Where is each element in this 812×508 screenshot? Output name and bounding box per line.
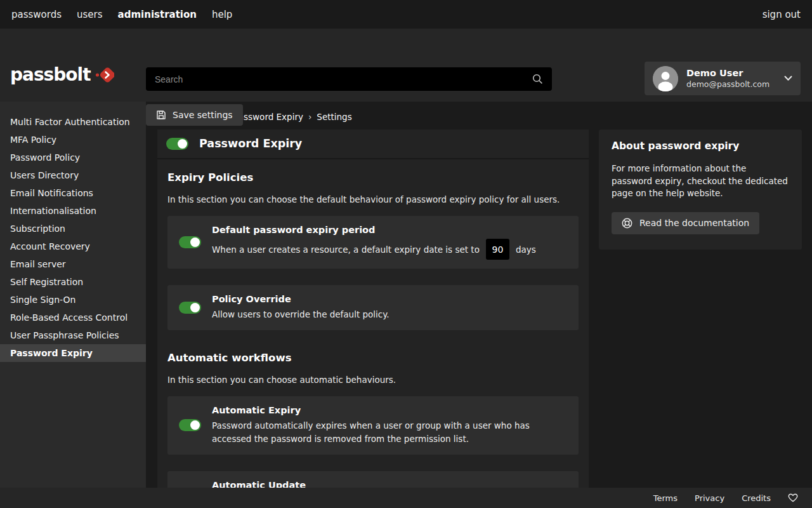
heart-icon[interactable] — [788, 493, 798, 502]
page-title: Password Expiry — [199, 137, 302, 150]
card-text: Automatic Expiry Password automatically … — [212, 405, 567, 446]
breadcrumb-settings[interactable]: Settings — [317, 112, 351, 122]
card-title: Policy Override — [212, 294, 390, 304]
card-desc: Password automatically expires when a us… — [212, 419, 567, 446]
sidebar-item-mfa-policy[interactable]: MFA Policy — [0, 131, 146, 149]
privacy-link[interactable]: Privacy — [695, 493, 724, 503]
sidebar-item-email-server[interactable]: Email server — [0, 255, 146, 273]
sidebar-item-user-passphrase-policies[interactable]: User Passphrase Policies — [0, 326, 146, 344]
logo-text: passbolt — [10, 64, 91, 85]
chevron-down-icon[interactable] — [784, 76, 792, 81]
breadcrumb: Administration › Password Expiry › Setti… — [157, 112, 802, 122]
search-icon[interactable] — [532, 74, 543, 84]
card-policy-override: Policy Override Allow users to override … — [167, 285, 579, 330]
nav-help[interactable]: help — [212, 9, 232, 20]
card-title: Default password expiry period — [212, 225, 536, 235]
user-email: demo@passbolt.com — [686, 79, 769, 89]
help-panel-body: For more information about the password … — [612, 163, 789, 200]
toggle-knob — [190, 420, 200, 430]
read-documentation-label: Read the documentation — [639, 218, 749, 228]
breadcrumb-password-expiry[interactable]: Password Expiry — [233, 112, 303, 122]
save-icon — [156, 110, 166, 120]
section-heading-automatic-workflows: Automatic workflows — [167, 352, 579, 364]
sidebar-item-multi-factor-authentication[interactable]: Multi Factor Authentication — [0, 113, 146, 131]
card-desc: Allow users to override the default poli… — [212, 308, 390, 321]
terms-link[interactable]: Terms — [653, 493, 678, 503]
profile-texts: Demo User demo@passbolt.com — [686, 68, 769, 89]
password-expiry-panel: Password Expiry Expiry Policies In this … — [157, 130, 589, 488]
toggle-knob — [190, 303, 200, 312]
section-desc-expiry-policies: In this section you can choose the defau… — [167, 194, 579, 204]
card-text: Default password expiry period When a us… — [212, 225, 536, 260]
search-bar — [146, 67, 552, 91]
sidebar-item-self-registration[interactable]: Self Registration — [0, 273, 146, 291]
save-settings-label: Save settings — [173, 110, 233, 120]
sidebar-item-subscription[interactable]: Subscription — [0, 220, 146, 237]
credits-link[interactable]: Credits — [742, 493, 771, 503]
nav-users[interactable]: users — [77, 9, 103, 20]
sidebar-item-email-notifications[interactable]: Email Notifications — [0, 184, 146, 202]
sidebar-item-password-expiry[interactable]: Password Expiry — [0, 344, 146, 362]
policy-override-toggle[interactable] — [179, 302, 201, 314]
expiry-days-input[interactable] — [486, 239, 509, 260]
life-buoy-icon — [622, 218, 632, 229]
automatic-expiry-toggle[interactable] — [179, 419, 201, 431]
sidebar-item-account-recovery[interactable]: Account Recovery — [0, 237, 146, 255]
nav-administration[interactable]: administration — [118, 9, 197, 20]
sidebar-item-single-sign-on[interactable]: Single Sign-On — [0, 291, 146, 309]
app-footer: Terms Privacy Credits — [0, 488, 812, 508]
default-expiry-period-toggle[interactable] — [179, 236, 201, 248]
workspace: Multi Factor Authentication MFA Policy P… — [0, 102, 812, 488]
passbolt-mark-icon — [95, 67, 114, 83]
help-panel-title: About password expiry — [612, 140, 789, 152]
top-navigation: passwords users administration help sign… — [0, 0, 812, 29]
section-heading-expiry-policies: Expiry Policies — [167, 171, 579, 184]
sidebar-item-users-directory[interactable]: Users Directory — [0, 166, 146, 184]
user-name: Demo User — [686, 68, 769, 78]
nav-passwords[interactable]: passwords — [11, 9, 62, 20]
panel-header: Password Expiry — [157, 130, 589, 159]
breadcrumb-separator: › — [308, 112, 311, 122]
user-profile-menu[interactable]: Demo User demo@passbolt.com — [645, 62, 801, 95]
search-input[interactable] — [155, 74, 532, 84]
expiry-period-row: When a user creates a resource, a defaul… — [212, 239, 536, 260]
card-automatic-expiry: Automatic Expiry Password automatically … — [167, 396, 579, 455]
section-desc-automatic-workflows: In this section you can choose automatic… — [167, 375, 579, 385]
card-title: Automatic Expiry — [212, 405, 567, 415]
card-automatic-update: Automatic Update — [167, 471, 579, 488]
content-row: Password Expiry Expiry Policies In this … — [157, 130, 802, 488]
sidebar-item-password-policy[interactable]: Password Policy — [0, 149, 146, 166]
expiry-period-text-after: days — [516, 244, 536, 255]
admin-sidebar: Multi Factor Authentication MFA Policy P… — [0, 102, 146, 488]
card-title: Automatic Update — [212, 480, 306, 488]
sidebar-item-internationalisation[interactable]: Internationalisation — [0, 202, 146, 220]
sidebar-item-role-based-access-control[interactable]: Role-Based Access Control — [0, 309, 146, 326]
about-password-expiry-panel: About password expiry For more informati… — [599, 130, 802, 250]
card-text: Policy Override Allow users to override … — [212, 294, 390, 321]
toggle-knob — [190, 237, 200, 247]
card-text: Automatic Update — [212, 480, 306, 488]
read-documentation-button[interactable]: Read the documentation — [612, 212, 759, 234]
sign-out-link[interactable]: sign out — [763, 9, 801, 20]
toggle-knob — [178, 139, 187, 149]
main-area: Administration › Password Expiry › Setti… — [146, 102, 812, 488]
avatar — [653, 66, 678, 91]
password-expiry-master-toggle[interactable] — [166, 138, 188, 150]
panel-body: Expiry Policies In this section you can … — [157, 159, 589, 488]
expiry-period-text-before: When a user creates a resource, a defaul… — [212, 244, 480, 255]
card-default-password-expiry-period: Default password expiry period When a us… — [167, 216, 579, 269]
save-settings-button[interactable]: Save settings — [146, 104, 243, 126]
passbolt-logo: passbolt — [10, 64, 114, 85]
app-header: passbolt Demo User d — [0, 29, 812, 102]
